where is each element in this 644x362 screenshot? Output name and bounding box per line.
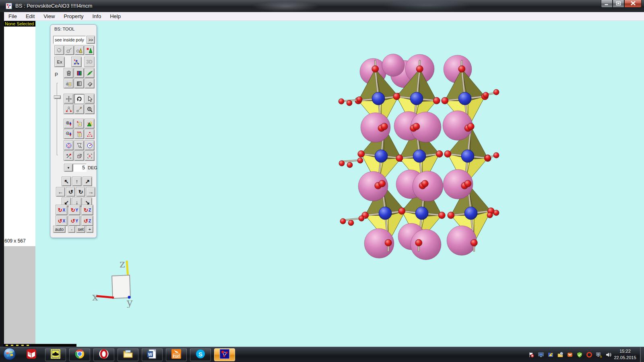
colored-poly-mode-button[interactable]: [85, 45, 94, 55]
window-titlebar[interactable]: BS : PerovskiteCeAlO3 !!!!I4mcm: [0, 0, 644, 12]
menu-view[interactable]: View: [39, 13, 59, 19]
center-view-button[interactable]: [85, 151, 95, 161]
shrink-atoms-button[interactable]: [64, 129, 74, 139]
rotate-ccw-z-button[interactable]: ↺Z: [81, 216, 93, 226]
grow-atoms-button[interactable]: [64, 119, 74, 129]
filter-atoms-button[interactable]: [74, 140, 84, 150]
crystal-structure-view: [334, 48, 503, 274]
tray-network-warning-icon[interactable]: [596, 352, 602, 358]
left-sidebar: None Selected 609 x 567: [4, 21, 35, 344]
measure-distance-button[interactable]: [74, 104, 84, 114]
clock-date: 22.05.2015: [613, 354, 638, 361]
menu-info[interactable]: Info: [88, 13, 105, 19]
tray-antivirus-icon[interactable]: [576, 352, 583, 358]
minimize-button[interactable]: [601, 0, 613, 8]
taskbar-bs-app-button[interactable]: [214, 348, 235, 361]
rotate-cw-z-button[interactable]: ↻Z: [81, 205, 93, 215]
eraser-button[interactable]: [85, 78, 95, 88]
rotate-left-button[interactable]: ←: [56, 187, 65, 197]
axis-letter: X: [63, 208, 66, 212]
poly-build-button[interactable]: [85, 119, 95, 129]
deg-dropdown-button[interactable]: ▼: [64, 164, 73, 172]
taskbar-reader-button[interactable]: [21, 348, 42, 361]
deg-unit-label: DEG: [88, 165, 97, 170]
circle-atoms-button[interactable]: [64, 140, 74, 150]
tray-opera-tray-icon[interactable]: [586, 352, 592, 358]
color-bars-button[interactable]: [74, 68, 84, 78]
taskbar-clock[interactable]: 15:22 22.05.2015: [613, 348, 638, 361]
bond-edit-button[interactable]: [64, 151, 74, 161]
rotate-ccw-y-button[interactable]: ↺Y: [68, 216, 80, 226]
menu-help[interactable]: Help: [105, 13, 125, 19]
render-canvas[interactable]: z x y BS: TOOL see inside poly >> Ex3D P: [35, 21, 644, 347]
select-pointer-button[interactable]: [85, 94, 95, 104]
tray-utility-icon[interactable]: [547, 352, 554, 358]
expand-button[interactable]: Ex: [54, 57, 65, 67]
deg-value-field[interactable]: 5: [73, 164, 87, 172]
poly-mode-combo[interactable]: see inside poly: [53, 36, 86, 44]
taskbar-thebat-button[interactable]: [45, 348, 66, 361]
menu-property[interactable]: Property: [59, 13, 88, 19]
delete-poly-button[interactable]: [85, 68, 95, 78]
tray-folder-info-icon[interactable]: i: [557, 352, 564, 358]
gray-bars-button[interactable]: [74, 78, 84, 88]
rotate-ccw-x-button[interactable]: ↺X: [56, 216, 68, 226]
measure-angle-button[interactable]: [64, 104, 74, 114]
bs-app-icon: [219, 348, 230, 361]
taskbar-skype-button[interactable]: S: [190, 348, 211, 361]
taskbar-explorer-button[interactable]: [118, 348, 138, 361]
tray-action-center-icon[interactable]: [528, 352, 535, 358]
rotate-up-left-button[interactable]: ↖: [62, 177, 71, 186]
show-desktop-button[interactable]: [640, 347, 644, 362]
zoom-scale-button[interactable]: [85, 104, 95, 114]
rotate-ccw-arrow-icon: ↺: [71, 218, 75, 224]
ball-poly-mode-button[interactable]: [74, 45, 84, 55]
tray-volume-icon[interactable]: [605, 352, 612, 358]
expand-panel-button[interactable]: >>: [87, 36, 95, 44]
rotate-cw-x-button[interactable]: ↻X: [56, 205, 68, 215]
menu-file[interactable]: File: [4, 13, 21, 19]
svg-text:S: S: [198, 350, 202, 357]
close-button[interactable]: [624, 0, 642, 8]
cluster-edit-button[interactable]: [71, 57, 82, 67]
label-spray-button[interactable]: [64, 78, 74, 88]
axis-letter: Y: [76, 219, 78, 223]
rotate-right-button[interactable]: →: [86, 187, 95, 197]
grow-atoms-icon: [66, 121, 72, 127]
eraser-icon: [87, 80, 93, 87]
delete-atoms-button[interactable]: [64, 68, 74, 78]
pan-button[interactable]: [64, 94, 74, 104]
perspective-slider-handle[interactable]: [54, 95, 61, 99]
tray-pocket-icon[interactable]: [567, 352, 573, 358]
spin-cw-button[interactable]: ↻: [76, 187, 85, 197]
tray-display-settings-icon[interactable]: [538, 352, 544, 358]
perspective-slider-track[interactable]: [57, 83, 58, 155]
step-minus-button[interactable]: -: [68, 226, 75, 233]
set-button[interactable]: set: [76, 226, 85, 233]
rotate-button[interactable]: [74, 94, 84, 104]
taskbar-pdf-viewer-button[interactable]: PDF: [166, 348, 187, 361]
unit-cell-button[interactable]: [74, 151, 84, 161]
start-button[interactable]: [2, 348, 18, 362]
step-plus-button[interactable]: +: [86, 226, 93, 233]
spin-ccw-button[interactable]: ↺: [66, 187, 75, 197]
label-atoms-button[interactable]: [74, 129, 84, 139]
rotate-up-button[interactable]: ↑: [72, 177, 82, 186]
ball-mode-button[interactable]: [54, 45, 64, 55]
triangle-atoms-button[interactable]: [85, 129, 95, 139]
taskbar-opera-button[interactable]: [93, 348, 114, 361]
ball-mode-icon: [56, 47, 62, 53]
ball-stick-mode-button[interactable]: [64, 45, 74, 55]
taskbar-chrome-button[interactable]: [69, 348, 90, 361]
orientation-dial-button[interactable]: [85, 140, 95, 150]
unit-cell-icon: [76, 153, 83, 159]
rotate-cw-y-button[interactable]: ↻Y: [68, 205, 80, 215]
taskbar-word-button[interactable]: W: [142, 348, 163, 361]
maximize-button[interactable]: [613, 0, 624, 8]
label-atom-button[interactable]: [74, 119, 84, 129]
menu-edit[interactable]: Edit: [21, 13, 39, 19]
taskbar: WPDFS i 15:22 22.05.2015: [0, 347, 644, 362]
pdf-viewer-icon: PDF: [171, 348, 182, 361]
auto-button[interactable]: auto: [53, 226, 66, 233]
rotate-up-right-button[interactable]: ↗: [83, 177, 92, 186]
